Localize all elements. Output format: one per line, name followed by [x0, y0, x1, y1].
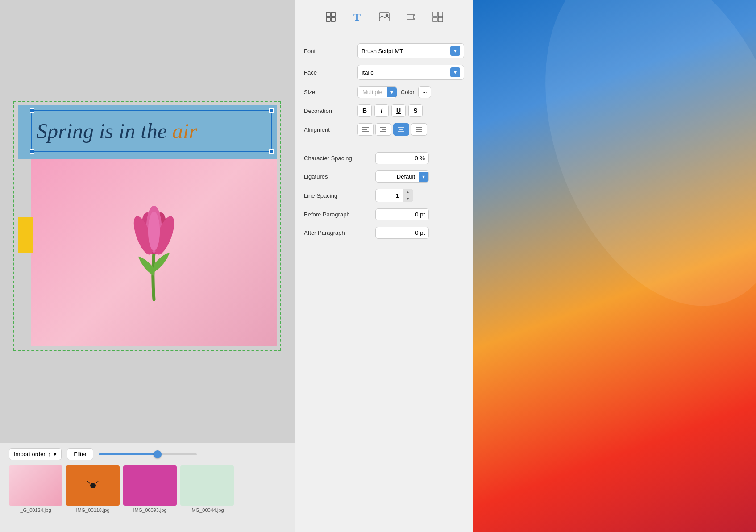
canvas-text: Spring is in the air: [37, 119, 197, 143]
line-spacing-spinner[interactable]: 1 ▲ ▼: [375, 189, 413, 202]
sort-label: Import order: [14, 451, 46, 457]
alignment-label: Alingment: [304, 126, 353, 133]
thumb-image-2: [123, 466, 177, 506]
slider-track[interactable]: [99, 453, 197, 455]
image-icon[interactable]: [375, 8, 393, 26]
handle-top-right[interactable]: [269, 108, 274, 113]
canvas-inner: Spring is in the air: [9, 96, 286, 355]
svg-rect-24: [433, 17, 437, 22]
thumb-image-3: [180, 466, 234, 506]
before-para-label: Before Paragraph: [304, 211, 371, 218]
color-label: Color: [401, 89, 415, 96]
decoration-row: Decoration B I U S: [304, 104, 464, 117]
list-item[interactable]: IMG_00118.jpg: [66, 466, 120, 513]
metrics-icon[interactable]: [402, 8, 420, 26]
tulip-illustration: [109, 190, 199, 315]
thumb-label-1: IMG_00118.jpg: [76, 507, 109, 513]
text-box-selection[interactable]: Spring is in the air: [31, 110, 272, 152]
inspector-toolbar: T: [295, 0, 473, 34]
font-dropdown-arrow[interactable]: ▾: [450, 46, 460, 56]
line-spacing-up[interactable]: ▲: [403, 189, 413, 195]
thumb-image-1: [66, 466, 120, 506]
tulip-area: [31, 159, 277, 346]
left-panel: Spring is in the air: [0, 0, 295, 532]
face-dropdown[interactable]: Italic ▾: [357, 65, 464, 80]
handle-bottom-right[interactable]: [269, 149, 274, 154]
alignment-row: Alingment: [304, 123, 464, 136]
bottom-area: Import order ↕ ▾ Filter _G_00124.jpg: [0, 443, 295, 532]
font-label: Font: [304, 48, 353, 54]
decoration-label: Decoration: [304, 108, 353, 114]
size-color-row: Size Multiple ▾ Color ···: [304, 86, 464, 98]
align-justify-icon: [415, 126, 423, 133]
yellow-strip: [18, 217, 33, 253]
handle-top-left[interactable]: [30, 108, 34, 113]
underline-button[interactable]: U: [391, 104, 406, 117]
align-right-button[interactable]: [375, 123, 391, 136]
ligatures-dropdown-arrow[interactable]: ▾: [419, 172, 428, 182]
ligatures-value: Default: [376, 171, 419, 182]
inspector-content: Font Brush Script MT ▾ Face Italic ▾ Siz…: [295, 34, 473, 532]
char-spacing-row: Character Spacing 0 %: [304, 152, 464, 164]
sort-filter-bar: Import order ↕ ▾ Filter: [4, 443, 290, 466]
face-value: Italic: [361, 69, 374, 76]
blue-band: Spring is in the air: [18, 105, 277, 159]
thumb-label-0: _G_00124.jpg: [20, 507, 51, 513]
face-label: Face: [304, 69, 353, 76]
align-left-button[interactable]: [357, 123, 374, 136]
alignment-buttons: [357, 123, 427, 136]
wallpaper-shape: [501, 0, 756, 340]
align-justify-button[interactable]: [411, 123, 427, 136]
char-spacing-input[interactable]: 0 %: [375, 152, 429, 164]
layout-icon[interactable]: [429, 8, 447, 26]
svg-point-5: [148, 212, 160, 251]
insect-icon: [86, 479, 100, 492]
svg-rect-23: [438, 12, 443, 17]
decoration-buttons: B I U S: [357, 104, 423, 117]
slider-thumb[interactable]: [154, 450, 162, 458]
italic-button[interactable]: I: [374, 104, 389, 117]
text-icon[interactable]: T: [349, 8, 366, 26]
size-value: Multiple: [358, 87, 387, 98]
svg-point-15: [386, 14, 388, 17]
size-label: Size: [304, 89, 353, 96]
line-spacing-value: 1: [376, 190, 403, 201]
align-right-icon: [380, 126, 387, 133]
list-item[interactable]: IMG_00044.jpg: [180, 466, 234, 513]
canvas-area[interactable]: Spring is in the air: [0, 0, 295, 443]
strikethrough-button[interactable]: S: [408, 104, 423, 117]
handle-bottom-left[interactable]: [30, 149, 34, 154]
inspector-panel: T: [295, 0, 473, 532]
size-dropdown-arrow[interactable]: ▾: [387, 87, 397, 97]
list-item[interactable]: IMG_00093.jpg: [123, 466, 177, 513]
align-center-button[interactable]: [393, 123, 409, 136]
filter-button[interactable]: Filter: [67, 448, 93, 460]
sort-button[interactable]: Import order ↕ ▾: [9, 448, 62, 460]
thumb-label-2: IMG_00093.jpg: [133, 507, 166, 513]
font-value: Brush Script MT: [361, 48, 403, 54]
line-spacing-down[interactable]: ▼: [403, 195, 413, 202]
thumb-image-0: [9, 466, 62, 506]
ligatures-label: Ligatures: [304, 173, 371, 180]
before-para-input[interactable]: 0 pt: [375, 208, 429, 220]
arrange-icon[interactable]: [322, 8, 340, 26]
list-item[interactable]: _G_00124.jpg: [9, 466, 62, 513]
thumbnails-row: _G_00124.jpg IMG_00118.jpg IMG_00093.jpg: [4, 466, 290, 517]
font-control: Brush Script MT ▾: [357, 43, 464, 58]
svg-rect-11: [326, 17, 330, 21]
color-picker-button[interactable]: ···: [418, 86, 431, 98]
svg-point-6: [90, 483, 96, 488]
align-left-icon: [362, 126, 369, 133]
after-para-input[interactable]: 0 pt: [375, 227, 429, 239]
font-dropdown[interactable]: Brush Script MT ▾: [357, 43, 464, 58]
ligatures-row: Ligatures Default ▾: [304, 170, 464, 183]
face-dropdown-arrow[interactable]: ▾: [450, 67, 460, 77]
filter-label: Filter: [74, 451, 87, 457]
color-dots-icon: ···: [422, 89, 427, 96]
slider-container[interactable]: [99, 453, 286, 455]
after-para-label: After Paragraph: [304, 229, 371, 236]
after-para-row: After Paragraph 0 pt: [304, 227, 464, 239]
align-center-icon: [398, 126, 405, 133]
bold-button[interactable]: B: [357, 104, 372, 117]
svg-text:T: T: [353, 11, 361, 23]
